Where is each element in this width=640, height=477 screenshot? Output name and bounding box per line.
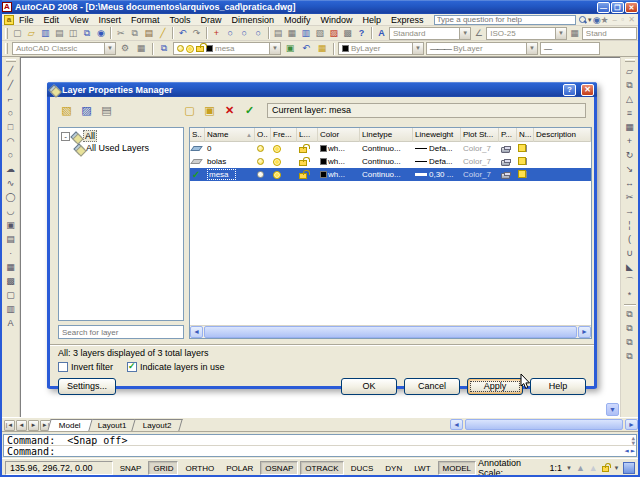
layer-list-hscrollbar[interactable]: ◄ ►: [190, 325, 591, 338]
menu-modify[interactable]: Modify: [279, 15, 316, 25]
communication-center-icon[interactable]: ◉: [593, 15, 601, 25]
new-vp-freeze-icon[interactable]: [519, 171, 527, 178]
tree-node-all-label[interactable]: All: [83, 130, 97, 142]
lineweight-combo[interactable]: —: [540, 42, 600, 55]
plot-printer-icon[interactable]: [501, 147, 510, 153]
tab-layout2[interactable]: Layout2: [132, 419, 184, 431]
offset-icon[interactable]: ≡: [623, 106, 637, 120]
linetype-value[interactable]: Continuo...: [360, 168, 413, 181]
toggle-polar[interactable]: POLAR: [221, 461, 258, 475]
layer-row-0[interactable]: 0 wh... Continuo... Defa... Color_7: [190, 142, 591, 155]
annotation-scale-value[interactable]: 1:1: [549, 463, 562, 473]
menu-express[interactable]: Express: [386, 15, 429, 25]
layer-row-1[interactable]: bolas wh... Continuo... Defa... Color_7: [190, 155, 591, 168]
zoom-previous-icon[interactable]: ○: [252, 27, 265, 40]
description-cell[interactable]: [534, 155, 591, 168]
circle-icon[interactable]: ○: [4, 148, 18, 162]
toolbar-grip[interactable]: [6, 59, 16, 62]
spline-icon[interactable]: ∿: [4, 176, 18, 190]
filter-tree[interactable]: - All All Used Layers: [58, 127, 184, 321]
designcenter-icon[interactable]: ▦: [285, 27, 298, 40]
restore-button[interactable]: ❐: [611, 2, 624, 13]
canvas-scroll-down-icon[interactable]: ▼: [606, 403, 619, 416]
layer-states-manager-icon[interactable]: ▤: [98, 102, 115, 118]
annotation-scale-dropdown-icon[interactable]: ▼: [566, 465, 572, 471]
color-name[interactable]: wh...: [328, 157, 345, 166]
join-icon[interactable]: ∪: [623, 246, 637, 260]
toggle-dyn[interactable]: DYN: [380, 461, 407, 475]
table-style-combo[interactable]: Stand: [582, 27, 637, 40]
menu-insert[interactable]: Insert: [93, 15, 126, 25]
unlock-icon[interactable]: [299, 160, 307, 166]
color-name[interactable]: wh...: [328, 170, 345, 179]
invert-filter-checkbox[interactable]: Invert filter: [58, 362, 113, 372]
description-cell[interactable]: [534, 168, 591, 181]
scroll-left-icon[interactable]: ◄: [190, 326, 203, 338]
draworder-bring-to-front-icon[interactable]: ⧉: [623, 307, 637, 321]
toolbar-grip[interactable]: [5, 28, 8, 39]
lineweight-value[interactable]: 0,30 ...: [429, 170, 453, 179]
chevron-down-icon[interactable]: ▼: [459, 28, 470, 39]
tree-node-used-label[interactable]: All Used Layers: [86, 143, 149, 153]
color-swatch[interactable]: [320, 145, 327, 152]
col-linetype[interactable]: Linetype: [360, 128, 413, 142]
color-name[interactable]: wh...: [328, 144, 345, 153]
linetype-combo[interactable]: ——— ByLayer ▼: [426, 42, 538, 55]
gradient-icon[interactable]: ▩: [4, 274, 18, 288]
dim-style-combo[interactable]: ISO-25▼: [486, 27, 567, 40]
make-block-icon[interactable]: ▤: [4, 232, 18, 246]
properties-palette-icon[interactable]: ▤: [271, 27, 284, 40]
checkbox-icon[interactable]: [127, 362, 137, 372]
save-icon[interactable]: ▥: [39, 27, 52, 40]
tab-next-icon[interactable]: ►: [28, 420, 39, 431]
break-icon[interactable]: (: [623, 232, 637, 246]
auto-annotate-icon[interactable]: ▲: [589, 463, 598, 473]
unlock-icon[interactable]: [299, 147, 307, 153]
toolbar-lock-icon[interactable]: [602, 466, 610, 472]
on-bulb-icon[interactable]: [257, 171, 264, 178]
scroll-right-icon[interactable]: ►: [631, 447, 635, 455]
toggle-model[interactable]: MODEL: [438, 461, 476, 475]
menu-tools[interactable]: Tools: [164, 15, 195, 25]
unlock-icon[interactable]: [299, 173, 307, 179]
menu-file[interactable]: File: [14, 15, 39, 25]
color-combo[interactable]: ByLayer ▼: [338, 42, 424, 55]
workspace-save-icon[interactable]: ▦: [134, 42, 148, 55]
draworder-bring-above-icon[interactable]: ⧉: [623, 335, 637, 349]
coordinates-readout[interactable]: 135.96, 296.72, 0.00: [5, 461, 113, 475]
toggle-snap[interactable]: SNAP: [115, 461, 147, 475]
copy-clip-icon[interactable]: ⧉: [128, 27, 141, 40]
pan-realtime-icon[interactable]: +: [210, 27, 223, 40]
match-properties-icon[interactable]: ╱: [156, 27, 169, 40]
command-text-area[interactable]: Command: <Snap off> Command: ▲▼ ◄►: [3, 434, 637, 457]
open-file-icon[interactable]: ▱: [25, 27, 38, 40]
linetype-value[interactable]: Continuo...: [360, 155, 413, 168]
new-group-filter-icon[interactable]: ▨: [78, 102, 95, 118]
col-on[interactable]: O..: [255, 128, 271, 142]
toggle-otrack[interactable]: OTRACK: [300, 461, 343, 475]
new-layer-vp-frozen-icon[interactable]: ▣: [201, 102, 218, 118]
scroll-left-icon[interactable]: ◄: [625, 447, 629, 455]
plot-printer-icon[interactable]: [501, 173, 510, 179]
publish-icon[interactable]: ⧉: [81, 27, 94, 40]
layer-name[interactable]: 0: [205, 142, 255, 155]
toolbar-grip[interactable]: [625, 59, 635, 62]
region-icon[interactable]: ▢: [4, 288, 18, 302]
layer-name[interactable]: bolas: [205, 155, 255, 168]
undo-icon[interactable]: ↶: [176, 27, 189, 40]
toggle-lwt[interactable]: LWT: [409, 461, 435, 475]
3d-dwf-icon[interactable]: ◉: [95, 27, 108, 40]
layer-states-icon[interactable]: ▦: [315, 42, 329, 55]
menu-window[interactable]: Window: [316, 15, 358, 25]
ellipse-icon[interactable]: ◯: [4, 190, 18, 204]
tab-layout1[interactable]: Layout1: [86, 419, 138, 431]
dialog-title-bar[interactable]: Layer Properties Manager ? ✕: [47, 82, 597, 97]
col-new-vp-freeze[interactable]: N...: [517, 128, 534, 142]
layer-combo[interactable]: mesa ▼: [173, 42, 281, 55]
markup-set-manager-icon[interactable]: ▨: [327, 27, 340, 40]
tree-node-all-used-layers[interactable]: All Used Layers: [61, 142, 181, 154]
tool-palettes-icon[interactable]: ▥: [299, 27, 312, 40]
tab-prev-icon[interactable]: ◄: [16, 420, 27, 431]
col-plot-style[interactable]: Plot St...: [461, 128, 499, 142]
clean-screen-icon[interactable]: [623, 462, 635, 474]
